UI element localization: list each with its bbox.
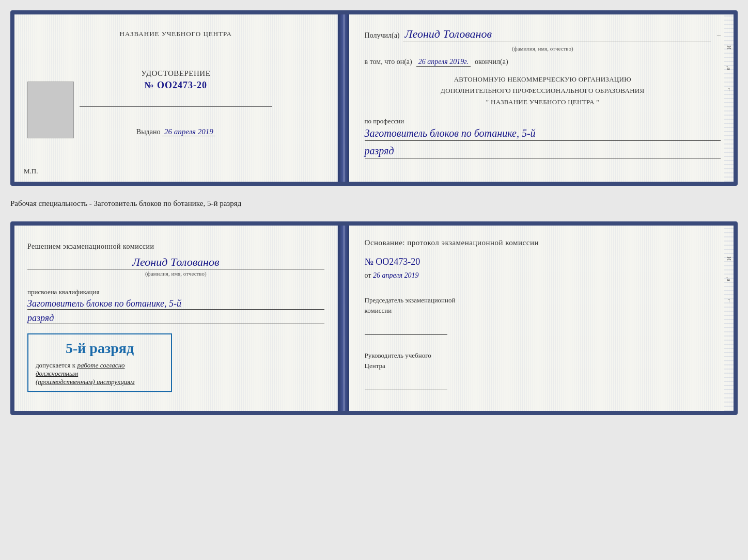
top-right-page: Получил(а) Леонид Толованов – (фамилия, … — [349, 14, 734, 182]
bottom-document-card: Решением экзаменационной комиссии Леонид… — [10, 221, 738, 415]
top-spine — [338, 14, 349, 182]
v-tom-line: в том, что он(а) 26 апреля 2019г. окончи… — [365, 58, 721, 67]
recipient-line: Получил(а) Леонид Толованов – — [365, 27, 721, 41]
signature-line-top — [80, 106, 272, 107]
org-line2: ДОПОЛНИТЕЛЬНОГО ПРОФЕССИОНАЛЬНОГО ОБРАЗО… — [365, 85, 721, 97]
side-label-a: ,а — [726, 66, 733, 70]
dopusk-italic2: (производственным) инструкциям — [36, 378, 135, 386]
vydano-date: 26 апреля 2019 — [162, 127, 215, 136]
komissia-block: Решением экзаменационной комиссии — [27, 241, 154, 252]
predsedatel-label: Председатель экзаменационной комиссии — [365, 295, 721, 315]
side-decorative-lines — [724, 14, 734, 182]
bottom-right-page: Основание: протокол экзаменационной коми… — [349, 226, 734, 411]
predsedatel-block: Председатель экзаменационной комиссии — [365, 295, 721, 336]
bottom-spine — [338, 226, 349, 411]
bottom-left-page: Решением экзаменационной комиссии Леонид… — [14, 226, 338, 411]
recipient-prefix: Получил(а) — [365, 31, 400, 40]
okonchil: окончил(а) — [475, 58, 508, 66]
side-decorative-lines-bottom — [724, 226, 734, 411]
certificate-number: № OO2473-20 — [144, 80, 207, 91]
specialty-label: Рабочая специальность - Заготовитель бло… — [10, 195, 738, 212]
v-tom-date: 26 апреля 2019г. — [416, 58, 471, 67]
komissia-text2: комиссии — [365, 307, 392, 314]
razryad-top: разряд — [365, 145, 721, 158]
top-left-title: НАЗВАНИЕ УЧЕБНОГО ЦЕНТРА — [120, 30, 232, 38]
komissia-prefix: Решением экзаменационной комиссии — [27, 243, 154, 250]
rukovoditel-text: Руководитель учебного — [365, 351, 431, 359]
side-label-i: И — [726, 45, 733, 50]
org-line1: АВТОНОМНУЮ НЕКОММЕРЧЕСКУЮ ОРГАНИЗАЦИЮ — [365, 74, 721, 85]
certificate-label: УДОСТОВЕРЕНИЕ — [141, 69, 210, 78]
vydano-label: Выдано — [136, 128, 161, 136]
fio-caption-bottom: (фамилия, имя, отчество) — [27, 270, 324, 277]
profession-prefix: по профессии — [365, 117, 721, 125]
dopuskaetsya-label: допускается к — [36, 361, 75, 369]
prisvoena-label: присвоена квалификация — [27, 288, 99, 296]
top-left-page: НАЗВАНИЕ УЧЕБНОГО ЦЕНТРА УДОСТОВЕРЕНИЕ №… — [14, 14, 338, 182]
page-container: НАЗВАНИЕ УЧЕБНОГО ЦЕНТРА УДОСТОВЕРЕНИЕ №… — [10, 10, 738, 415]
rukovoditel-block: Руководитель учебного Центра — [365, 350, 721, 391]
profession-value: Заготовитель блоков по ботанике, 5-й — [365, 127, 721, 141]
stamp-sub-text: допускается к работе согласно должностны… — [36, 361, 164, 386]
ot-date: 26 апреля 2019 — [373, 271, 418, 279]
ot-prefix: от — [365, 271, 371, 279]
stamp-box: 5-й разряд допускается к работе согласно… — [27, 333, 172, 392]
mp-label: М.П. — [24, 167, 38, 175]
vydano-block: Выдано 26 апреля 2019 — [136, 127, 215, 136]
kval-value: Заготовитель блоков по ботанике, 5-й — [27, 298, 324, 310]
rukovoditel-signature-line — [365, 380, 447, 390]
predsedatel-text: Председатель экзаменационной — [365, 296, 456, 304]
bottom-side-label-arrow: ← — [726, 298, 733, 303]
org-name: " НАЗВАНИЕ УЧЕБНОГО ЦЕНТРА " — [365, 97, 721, 108]
org-block: АВТОНОМНУЮ НЕКОММЕРЧЕСКУЮ ОРГАНИЗАЦИЮ ДО… — [365, 74, 721, 108]
osnovanie-title: Основание: протокол экзаменационной коми… — [365, 238, 721, 247]
razryad-kval: разряд — [27, 313, 324, 324]
protocol-number: № OO2473-20 — [365, 257, 721, 267]
rukovoditel-label: Руководитель учебного Центра — [365, 350, 721, 371]
predsedatel-signature-line — [365, 325, 447, 335]
top-document-card: НАЗВАНИЕ УЧЕБНОГО ЦЕНТРА УДОСТОВЕРЕНИЕ №… — [10, 10, 738, 186]
recipient-name: Леонид Толованов — [403, 27, 711, 41]
komissia-name: Леонид Толованов — [27, 255, 324, 269]
ot-line: от 26 апреля 2019 — [365, 271, 721, 280]
tsentra-text: Центра — [365, 362, 385, 370]
fio-caption-top: (фамилия, имя, отчество) — [365, 45, 721, 52]
photo-placeholder — [27, 82, 74, 138]
v-tom-prefix: в том, что он(а) — [365, 58, 412, 66]
dash1: – — [717, 31, 721, 40]
stamp-main-text: 5-й разряд — [36, 340, 164, 357]
bottom-side-label-a: ,а — [726, 277, 733, 281]
profession-block: по профессии Заготовитель блоков по бота… — [365, 117, 721, 158]
bottom-side-label-i: И — [726, 257, 733, 261]
side-label-arrow: ← — [726, 87, 733, 92]
